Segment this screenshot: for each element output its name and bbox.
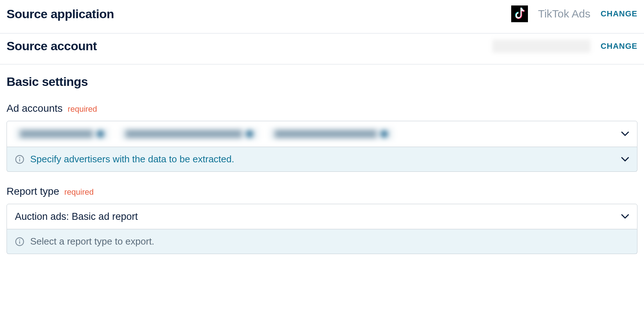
chevron-down-icon: [621, 157, 629, 162]
ad-accounts-info-text: Specify advertisers with the data to be …: [30, 154, 234, 165]
ad-accounts-required: required: [68, 104, 97, 114]
report-type-value: Auction ads: Basic ad report: [15, 211, 138, 222]
ad-accounts-info[interactable]: Specify advertisers with the data to be …: [7, 147, 637, 172]
report-type-field: Report type required Auction ads: Basic …: [7, 186, 637, 254]
source-account-section: Source account CHANGE: [0, 33, 644, 64]
change-source-application-button[interactable]: CHANGE: [601, 9, 637, 19]
info-icon: [15, 237, 24, 246]
report-type-info-text: Select a report type to export.: [30, 236, 154, 247]
svg-point-4: [19, 239, 20, 240]
ad-accounts-label: Ad accounts: [7, 103, 63, 114]
source-application-right: TikTok Ads CHANGE: [511, 5, 637, 22]
change-source-account-button[interactable]: CHANGE: [601, 41, 637, 51]
svg-rect-2: [19, 159, 20, 162]
source-account-title: Source account: [7, 39, 97, 53]
report-type-required: required: [64, 187, 94, 197]
svg-rect-5: [19, 241, 20, 244]
basic-settings-title: Basic settings: [7, 75, 637, 89]
report-type-select[interactable]: Auction ads: Basic ad report: [7, 204, 637, 229]
report-type-info: Select a report type to export.: [7, 229, 637, 254]
source-application-row: Source application TikTok Ads CHANGE: [7, 5, 637, 22]
source-application-name: TikTok Ads: [538, 8, 591, 20]
chevron-down-icon: [621, 131, 629, 136]
source-account-row: Source account CHANGE: [7, 39, 637, 53]
svg-point-1: [19, 157, 20, 158]
tiktok-icon: [511, 5, 528, 22]
report-type-label-row: Report type required: [7, 186, 637, 197]
ad-accounts-chips-redacted: [15, 128, 393, 140]
source-application-section: Source application TikTok Ads CHANGE: [0, 0, 644, 33]
ad-accounts-field: Ad accounts required Specify advertisers…: [7, 103, 637, 172]
basic-settings-section: Basic settings Ad accounts required Spec…: [0, 64, 644, 269]
source-account-right: CHANGE: [492, 40, 637, 53]
info-icon: [15, 155, 24, 164]
report-type-label: Report type: [7, 186, 59, 197]
ad-accounts-label-row: Ad accounts required: [7, 103, 637, 114]
chevron-down-icon: [621, 214, 629, 219]
source-application-title: Source application: [7, 7, 114, 21]
source-account-value-redacted: [492, 40, 591, 53]
ad-accounts-select[interactable]: [7, 121, 637, 147]
